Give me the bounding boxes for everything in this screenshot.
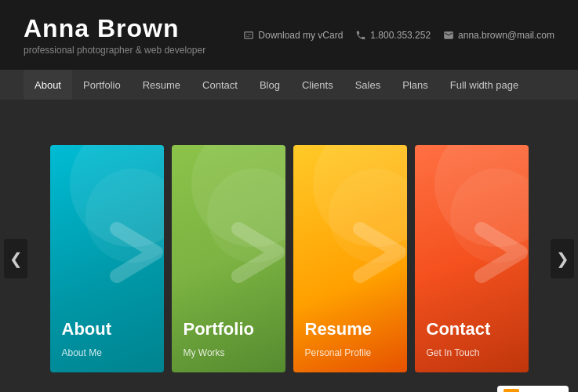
nav-contact[interactable]: Contact — [191, 70, 249, 100]
nav-sales[interactable]: Sales — [344, 70, 392, 100]
main-content: ❮ About About Me Portfolio My Works Resu… — [0, 100, 578, 392]
formget-badge[interactable]: FormGet — [497, 386, 569, 392]
prev-arrow[interactable]: ❮ — [4, 239, 27, 278]
prev-arrow-icon: ❮ — [9, 249, 23, 268]
email-icon — [443, 30, 454, 41]
nav-blog[interactable]: Blog — [249, 70, 291, 100]
card-about[interactable]: About About Me — [50, 145, 164, 372]
card-portfolio-subtitle: My Works — [184, 347, 274, 358]
formget-logo — [503, 389, 519, 392]
site-tagline: professional photographer & web develope… — [24, 45, 205, 56]
email-label: anna.brown@mail.com — [458, 30, 554, 41]
card-portfolio-title: Portfolio — [184, 319, 274, 339]
card-resume-decoration — [352, 221, 407, 284]
vcard-label: Download my vCard — [258, 30, 343, 41]
header: Anna Brown professional photographer & w… — [0, 0, 578, 70]
nav-clients[interactable]: Clients — [291, 70, 344, 100]
cards-container: About About Me Portfolio My Works Resume… — [0, 129, 578, 388]
card-contact[interactable]: Contact Get In Touch — [415, 145, 529, 372]
svg-rect-0 — [503, 389, 519, 392]
nav-resume[interactable]: Resume — [132, 70, 191, 100]
header-contact: Download my vCard 1.800.353.252 anna.bro… — [243, 30, 554, 41]
phone-item: 1.800.353.252 — [355, 30, 431, 41]
header-left: Anna Brown professional photographer & w… — [24, 14, 205, 56]
nav-fullwidth[interactable]: Full width page — [439, 70, 529, 100]
nav-portfolio[interactable]: Portfolio — [72, 70, 132, 100]
navbar: About Portfolio Resume Contact Blog Clie… — [0, 70, 578, 100]
card-about-decoration — [109, 221, 164, 284]
card-about-title: About — [62, 319, 152, 339]
card-resume-title: Resume — [305, 319, 395, 339]
card-contact-title: Contact — [427, 319, 517, 339]
site-name: Anna Brown — [24, 14, 205, 43]
card-resume-subtitle: Personal Profile — [305, 347, 395, 358]
card-portfolio-decoration — [231, 221, 285, 284]
card-about-subtitle: About Me — [62, 347, 152, 358]
card-contact-decoration — [474, 221, 529, 284]
phone-label: 1.800.353.252 — [370, 30, 431, 41]
nav-about[interactable]: About — [24, 70, 72, 100]
card-resume[interactable]: Resume Personal Profile — [293, 145, 407, 372]
vcard-item[interactable]: Download my vCard — [243, 30, 343, 41]
card-contact-subtitle: Get In Touch — [427, 347, 517, 358]
next-arrow-icon: ❯ — [556, 249, 569, 268]
email-item[interactable]: anna.brown@mail.com — [443, 30, 554, 41]
card-portfolio[interactable]: Portfolio My Works — [172, 145, 285, 372]
next-arrow[interactable]: ❯ — [551, 239, 574, 278]
vcard-icon — [243, 30, 254, 41]
phone-icon — [355, 30, 366, 41]
nav-plans[interactable]: Plans — [391, 70, 439, 100]
